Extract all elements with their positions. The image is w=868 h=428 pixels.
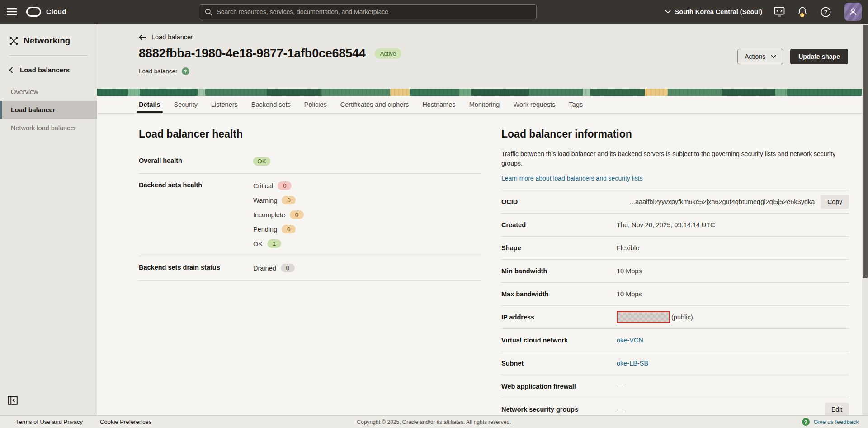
sidebar-divider xyxy=(9,55,88,56)
tab-listeners[interactable]: Listeners xyxy=(211,96,238,113)
tab-details[interactable]: Details xyxy=(139,96,160,113)
brand-label: Cloud xyxy=(46,8,66,16)
info-description: Traffic between this load balancer and i… xyxy=(501,149,845,168)
waf-row: Web application firewall — xyxy=(501,375,849,398)
vcn-row: Virtual cloud network oke-VCN xyxy=(501,329,849,352)
vcn-link[interactable]: oke-VCN xyxy=(617,337,643,344)
hamburger-menu-button[interactable] xyxy=(0,0,24,24)
top-navigation-bar: Cloud South Korea Central (Seoul) xyxy=(0,0,868,24)
help-button[interactable]: ? xyxy=(820,6,831,18)
created-value: Thu, Nov 20, 2025, 09:14:14 UTC xyxy=(617,221,715,228)
scrollbar-thumb[interactable] xyxy=(863,25,868,278)
created-label: Created xyxy=(501,221,617,228)
tab-tags[interactable]: Tags xyxy=(569,96,583,113)
backend-sets-health-row: Backend sets health Critical 0 Warning 0 xyxy=(139,174,481,256)
resource-help-icon[interactable]: ? xyxy=(182,67,189,75)
edit-nsg-button[interactable]: Edit xyxy=(825,403,849,415)
health-pending-count-badge: 0 xyxy=(282,225,296,233)
subnet-row: Subnet oke-LB-SB xyxy=(501,352,849,375)
created-row: Created Thu, Nov 20, 2025, 09:14:14 UTC xyxy=(501,214,849,237)
shape-label: Shape xyxy=(501,244,617,252)
sidebar-back-load-balancers[interactable]: Load balancers xyxy=(0,66,97,74)
chevron-left-icon xyxy=(9,67,13,73)
tab-monitoring[interactable]: Monitoring xyxy=(469,96,500,113)
oci-console: Cloud South Korea Central (Seoul) xyxy=(0,0,868,428)
banner-texture xyxy=(97,89,868,96)
ocid-label: OCID xyxy=(501,198,617,205)
region-label: South Korea Central (Seoul) xyxy=(675,8,762,15)
copy-ocid-button[interactable]: Copy xyxy=(821,195,849,209)
page-shell: Networking Load balancers Overview Load … xyxy=(0,24,868,415)
subnet-link[interactable]: oke-LB-SB xyxy=(617,360,648,367)
min-bandwidth-label: Min bandwidth xyxy=(501,267,617,275)
info-rows: OCID ...aaaifbl2yyvxpyfkm6ke52jxn62guf4q… xyxy=(501,190,849,415)
shape-value: Flexible xyxy=(617,244,639,252)
sidebar-collapse-button[interactable] xyxy=(7,395,19,406)
page-header: Load balancer 8882fbba-1980-4e18-9877-1a… xyxy=(97,24,868,89)
health-warning-label: Warning xyxy=(253,197,277,204)
search-bar[interactable] xyxy=(199,4,537,19)
redacted-ip-address xyxy=(617,311,670,323)
health-critical-label: Critical xyxy=(253,182,273,190)
search-icon xyxy=(205,8,212,16)
status-badge: Active xyxy=(375,48,401,59)
sidebar-item-network-load-balancer[interactable]: Network load balancer xyxy=(0,119,97,137)
region-selector[interactable]: South Korea Central (Seoul) xyxy=(665,8,762,15)
details-content: Load balancer health Overall health OK B… xyxy=(97,114,868,415)
help-icon: ? xyxy=(821,7,831,17)
user-profile-button[interactable] xyxy=(844,3,862,21)
subnet-label: Subnet xyxy=(501,360,617,367)
tab-policies[interactable]: Policies xyxy=(304,96,327,113)
health-critical-count-badge: 0 xyxy=(278,181,292,190)
detail-tabs: Details Security Listeners Backend sets … xyxy=(97,96,868,114)
tab-certificates-and-ciphers[interactable]: Certificates and ciphers xyxy=(340,96,409,113)
sidebar: Networking Load balancers Overview Load … xyxy=(0,24,97,415)
feedback-help-icon[interactable]: ? xyxy=(802,418,810,426)
drained-count-badge: 0 xyxy=(281,264,295,272)
hamburger-icon xyxy=(7,8,17,15)
tab-backend-sets[interactable]: Backend sets xyxy=(251,96,291,113)
chevron-down-icon xyxy=(771,55,776,58)
notifications-button[interactable] xyxy=(797,6,808,18)
waf-value: — xyxy=(617,383,623,390)
actions-button[interactable]: Actions xyxy=(737,49,783,64)
sidebar-back-label: Load balancers xyxy=(20,66,70,74)
resource-type-row: Load balancer ? xyxy=(139,67,848,75)
terms-link[interactable]: Terms of Use and Privacy xyxy=(16,418,83,425)
tab-hostnames[interactable]: Hostnames xyxy=(422,96,455,113)
feedback-link[interactable]: Give us feedback xyxy=(814,418,859,425)
footer-links: Terms of Use and Privacy Cookie Preferen… xyxy=(16,418,151,425)
vertical-scrollbar xyxy=(862,24,868,415)
drain-status-row: Backend sets drain status Drained 0 xyxy=(139,256,481,281)
oracle-cloud-brand[interactable]: Cloud xyxy=(26,7,66,17)
ocid-value: ...aaaifbl2yyvxpyfkm6ke52jxn62guf4qbtume… xyxy=(617,198,815,205)
drain-status-line: Drained 0 xyxy=(253,264,295,272)
topbar-actions: South Korea Central (Seoul) xyxy=(665,3,862,21)
chevron-down-icon xyxy=(665,10,671,14)
health-line-warning: Warning 0 xyxy=(253,196,304,204)
actions-button-label: Actions xyxy=(745,53,765,60)
backend-sets-health-label: Backend sets health xyxy=(139,181,253,189)
vcn-label: Virtual cloud network xyxy=(501,337,617,344)
sidebar-section-title: Networking xyxy=(24,36,70,46)
sidebar-item-overview[interactable]: Overview xyxy=(0,83,97,101)
breadcrumb-back-link[interactable]: Load balancer xyxy=(139,33,193,41)
update-shape-button[interactable]: Update shape xyxy=(790,49,848,64)
tab-security[interactable]: Security xyxy=(174,96,198,113)
ocid-value-group: ...aaaifbl2yyvxpyfkm6ke52jxn62guf4qbtume… xyxy=(617,195,849,209)
oracle-logo-icon xyxy=(26,7,41,17)
back-link-label: Load balancer xyxy=(151,33,193,41)
backend-health-list: Critical 0 Warning 0 Incomplete 0 xyxy=(253,181,304,248)
health-panel-title: Load balancer health xyxy=(139,128,481,140)
drain-status-label: Backend sets drain status xyxy=(139,264,253,271)
sidebar-item-load-balancer[interactable]: Load balancer xyxy=(0,101,97,119)
cloud-shell-button[interactable] xyxy=(774,6,785,18)
learn-more-link[interactable]: Learn more about load balancers and secu… xyxy=(501,175,643,182)
max-bandwidth-label: Max bandwidth xyxy=(501,290,617,298)
nsg-value: — xyxy=(617,406,623,413)
search-input[interactable] xyxy=(217,8,531,15)
health-ok-count-badge: 1 xyxy=(267,239,281,248)
health-line-ok: OK 1 xyxy=(253,239,304,248)
cookie-preferences-link[interactable]: Cookie Preferences xyxy=(100,418,151,425)
tab-work-requests[interactable]: Work requests xyxy=(513,96,555,113)
